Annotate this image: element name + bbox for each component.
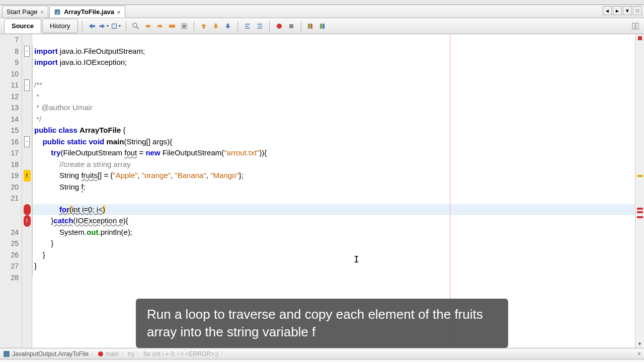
prev-bookmark-icon[interactable]: [198, 21, 209, 32]
main-toolbar: [0, 0, 644, 5]
warning-mark[interactable]: [637, 175, 643, 177]
find-prev-icon[interactable]: [142, 21, 153, 32]
svg-rect-17: [289, 24, 293, 28]
svg-point-25: [98, 351, 103, 356]
tab-label: Start Page: [7, 8, 37, 16]
last-edit-icon[interactable]: ▼: [111, 21, 122, 32]
fold-icon[interactable]: −: [24, 46, 30, 57]
find-next-icon[interactable]: [154, 21, 166, 32]
tab-prev-button[interactable]: ◄: [603, 6, 612, 15]
error-mark[interactable]: [637, 211, 643, 213]
svg-point-3: [133, 23, 137, 27]
comment-icon[interactable]: [305, 21, 316, 32]
next-error-icon[interactable]: [222, 21, 233, 32]
svg-rect-19: [310, 24, 312, 29]
history-tab[interactable]: History: [42, 19, 77, 33]
tab-nav-controls: ◄ ► ▼ □: [603, 6, 642, 15]
class-icon: [3, 350, 10, 357]
nav-back-icon[interactable]: [87, 21, 98, 32]
breadcrumb-try[interactable]: try: [128, 350, 134, 357]
editor-toolbar: Source History ▼ ▼: [0, 18, 644, 34]
svg-rect-7: [169, 25, 175, 28]
find-selection-icon[interactable]: [130, 21, 141, 32]
svg-rect-6: [157, 25, 160, 27]
breadcrumb-for[interactable]: for (int i = 0; i < <ERROR>;): [143, 350, 218, 357]
method-icon: [98, 351, 104, 357]
next-bookmark-icon[interactable]: [210, 21, 221, 32]
error-mark[interactable]: [637, 208, 643, 210]
error-summary-icon[interactable]: [638, 36, 642, 40]
svg-rect-5: [148, 25, 150, 27]
toggle-highlight-icon[interactable]: [167, 21, 178, 32]
svg-rect-18: [308, 24, 310, 29]
uncomment-icon[interactable]: [317, 21, 329, 32]
caption-overlay: Run a loop to traverse and copy each ele…: [136, 299, 508, 348]
error-stripe[interactable]: ▲ ▼: [635, 34, 644, 348]
svg-rect-24: [4, 351, 10, 357]
tab-max-button[interactable]: □: [633, 6, 642, 15]
svg-rect-2: [112, 24, 116, 28]
error-icon[interactable]: !: [24, 215, 31, 227]
file-tab-bar: Start Page × J ArrayToFile.java × ◄ ► ▼ …: [0, 5, 644, 18]
svg-point-16: [277, 24, 282, 29]
svg-rect-23: [636, 23, 638, 29]
tab-list-button[interactable]: ▼: [623, 6, 632, 15]
fold-icon[interactable]: −: [24, 79, 30, 91]
tab-label: ArrayToFile.java: [64, 8, 114, 16]
nav-fwd-icon[interactable]: ▼: [99, 21, 110, 32]
close-icon[interactable]: ×: [637, 350, 641, 357]
scroll-down-icon[interactable]: ▼: [635, 340, 644, 348]
error-mark[interactable]: [637, 216, 643, 218]
breadcrumb-method[interactable]: main: [106, 350, 119, 357]
tab-start-page[interactable]: Start Page ×: [2, 6, 48, 18]
close-icon[interactable]: ×: [117, 9, 120, 15]
tab-next-button[interactable]: ►: [613, 6, 622, 15]
breadcrumb-bar: JavaInputOutput.ArrayToFile 〉 main 〉 try…: [0, 348, 644, 359]
svg-rect-20: [320, 24, 322, 29]
stop-macro-icon[interactable]: [286, 21, 297, 32]
glyph-margin: − − − ! !: [22, 34, 32, 348]
text-caret-icon: I: [354, 254, 359, 264]
shift-left-icon[interactable]: [242, 21, 253, 32]
svg-rect-21: [323, 24, 325, 29]
svg-text:J: J: [56, 10, 58, 15]
warning-icon[interactable]: !: [24, 170, 31, 182]
svg-rect-22: [632, 23, 635, 29]
tab-arraytofile[interactable]: J ArrayToFile.java ×: [49, 6, 125, 18]
toggle-bookmark-icon[interactable]: [179, 21, 190, 32]
line-number-gutter: 7891011121314151617181920212425262728: [0, 34, 22, 348]
status-bar: Illegal start of expression 22:28 INS: [0, 359, 644, 362]
split-icon[interactable]: [630, 21, 641, 32]
svg-rect-9: [183, 25, 186, 28]
shift-right-icon[interactable]: [254, 21, 265, 32]
breadcrumb-class[interactable]: JavaInputOutput.ArrayToFile: [12, 350, 89, 357]
svg-line-4: [136, 27, 138, 29]
java-file-icon: J: [54, 9, 61, 16]
fold-icon[interactable]: −: [24, 136, 30, 148]
close-icon[interactable]: ×: [40, 9, 43, 15]
source-tab[interactable]: Source: [4, 19, 41, 33]
start-macro-icon[interactable]: [274, 21, 285, 32]
error-breakpoint-icon[interactable]: [24, 204, 31, 216]
